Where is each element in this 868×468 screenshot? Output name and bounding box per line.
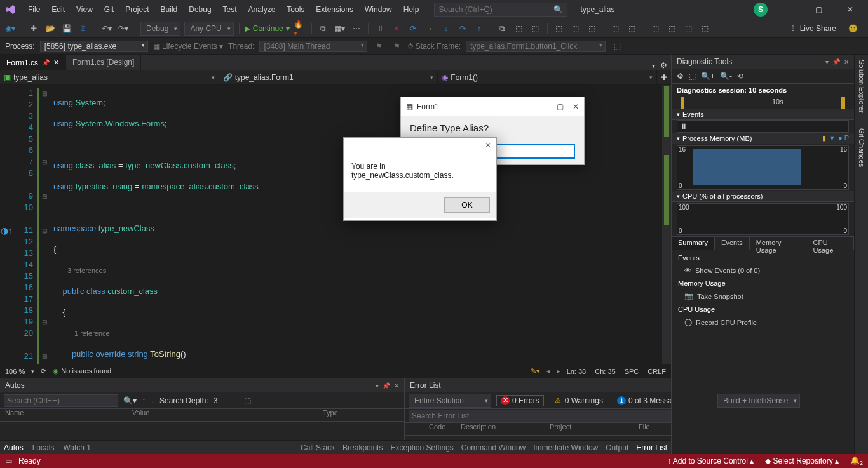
continue-button[interactable]: ▶ Continue ▾ [245,24,290,33]
zoom-level[interactable]: 106 % [5,368,25,375]
diag-tab-memory[interactable]: Memory Usage [750,237,807,250]
select-repository[interactable]: ◆ Select Repository ▴ [765,457,839,465]
col-desc[interactable]: Description [461,423,550,435]
pin-icon[interactable]: 📌 [42,59,50,66]
time-ruler[interactable]: 10s [677,97,849,109]
menu-git[interactable]: Git [99,3,119,17]
tab-errorlist[interactable]: Error List [636,443,667,452]
col-project[interactable]: Project [550,423,639,435]
indent-mode[interactable]: SPC [625,368,639,375]
menu-extensions[interactable]: Extensions [311,3,358,17]
split-icon[interactable]: ✚ [657,70,671,84]
flag-icon[interactable]: ⚑ [372,40,385,53]
section-cpu[interactable]: CPU (% of all processors) [672,191,854,202]
search-depth-combo[interactable]: 3 [214,396,239,405]
col-type[interactable]: Type [323,409,399,421]
notifications-icon[interactable]: 🔔2 [850,456,863,466]
vtab-git-changes[interactable]: Git Changes [857,126,867,170]
tab-immediate[interactable]: Immediate Window [533,443,598,452]
dropdown-icon[interactable]: ▾ [825,58,829,65]
col-code[interactable]: Code [429,423,461,435]
tab-output[interactable]: Output [606,443,628,452]
nav-prev-icon[interactable]: ◂ [546,367,550,375]
menu-file[interactable]: File [23,3,45,17]
tab-breakpoints[interactable]: Breakpoints [342,443,383,452]
tab-exception[interactable]: Exception Settings [390,443,453,452]
memory-chart[interactable]: 16 0 16 0 [677,145,849,190]
minimize-button[interactable]: ─ [542,102,548,111]
close-icon[interactable]: ✕ [394,382,399,389]
platform-combo[interactable]: Any CPU [184,22,233,36]
codelens[interactable]: 3 references [67,267,106,274]
link-snapshot[interactable]: 📷Take Snapshot [672,290,854,303]
link-record-cpu[interactable]: ◯Record CPU Profile [672,316,854,329]
zoom-in-icon[interactable]: 🔍+ [701,72,715,81]
line-col[interactable]: Ln: 38 [567,368,587,375]
diag-tab-events[interactable]: Events [715,237,750,250]
close-button[interactable]: ✕ [573,102,579,111]
undo-icon[interactable]: ↶▾ [100,22,113,35]
diag-tab-cpu[interactable]: CPU Usage [806,237,854,250]
link-show-events[interactable]: 👁Show Events (0 of 0) [672,264,854,277]
maximize-button[interactable]: ▢ [806,0,831,19]
global-search[interactable]: 🔍 [434,3,567,17]
step-icon[interactable]: ⋯ [350,22,363,35]
col-icon[interactable] [410,423,429,435]
menu-debug[interactable]: Debug [184,3,216,17]
reset-icon[interactable]: ⟲ [737,72,743,81]
close-button[interactable]: ✕ [837,0,863,19]
configuration-combo[interactable]: Debug [140,22,180,36]
search-icon[interactable]: 🔍▾ [123,396,137,405]
settings-icon[interactable]: ⚙ [660,61,667,70]
tab-form1-cs[interactable]: Form1.cs 📌 ✕ [0,55,66,70]
add-source-control[interactable]: ↑ Add to Source Control ▴ [667,457,754,465]
menu-analyze[interactable]: Analyze [243,3,281,17]
stack-frame-combo[interactable]: type_alias.Form1.button1_Click [466,41,606,52]
tool-icon[interactable]: ⬚ [569,22,582,35]
char-col[interactable]: Ch: 35 [595,368,615,375]
menu-edit[interactable]: Edit [46,3,70,17]
restart-icon[interactable]: ⟳ [407,22,419,35]
dropdown-icon[interactable]: ▾ [652,62,655,69]
menu-tools[interactable]: Tools [281,3,309,17]
menu-build[interactable]: Build [156,3,183,17]
step-over-icon[interactable]: ↷ [456,22,469,35]
redo-icon[interactable]: ↷▾ [117,22,130,35]
tool-icon[interactable]: ⬚ [513,22,526,35]
maximize-button[interactable]: ▢ [557,102,564,111]
tab-locals[interactable]: Locals [32,443,55,452]
scope-combo[interactable]: Entire Solution [409,394,491,408]
nav-class-combo[interactable]: 🔗 type_alias.Form1 [219,70,438,84]
diag-tab-summary[interactable]: Summary [672,237,715,250]
app-titlebar[interactable]: ▦Form1 ─▢✕ [401,97,584,116]
tool-icon[interactable]: ⬚ [626,22,639,35]
thread-combo[interactable]: [3408] Main Thread [259,41,367,52]
codelens[interactable]: 1 reference [74,330,110,337]
brush-icon[interactable]: ✎▾ [531,367,540,375]
refresh-icon[interactable]: ⟳ [41,367,46,375]
close-icon[interactable]: ✕ [844,58,849,65]
tool-icon[interactable]: ⬚ [666,22,679,35]
feedback-icon[interactable]: 🙂 [846,22,859,35]
nav-project-combo[interactable]: ▣ type_alias [0,70,219,84]
menu-view[interactable]: View [71,3,98,17]
eol-mode[interactable]: CRLF [648,368,666,375]
gear-icon[interactable]: ⚙ [677,72,684,81]
section-memory[interactable]: Process Memory (MB)▮▼● P [672,133,854,144]
tool-icon[interactable]: ⬚ [553,22,566,35]
account-avatar[interactable]: S [754,3,768,17]
tool-icon[interactable]: ⧉ [496,22,509,35]
tool-icon[interactable]: ⬚ [586,22,599,35]
save-all-icon[interactable]: 🗎 [77,22,90,35]
tab-watch1[interactable]: Watch 1 [63,443,91,452]
break-all-icon[interactable]: ⏸ [374,22,386,35]
section-events[interactable]: Events [672,109,854,120]
new-item-icon[interactable]: ✚ [27,22,40,35]
tool-icon[interactable]: ⬚ [682,22,695,35]
save-icon[interactable]: 💾 [60,22,73,35]
step-out-icon[interactable]: ↑ [473,22,485,35]
intellisense-combo[interactable]: Build + IntelliSense [717,394,800,408]
dropdown-icon[interactable]: ▾ [376,382,379,389]
step-icon[interactable]: ⧉ [317,22,330,35]
cpu-chart[interactable]: 100 0 100 0 [677,203,849,235]
